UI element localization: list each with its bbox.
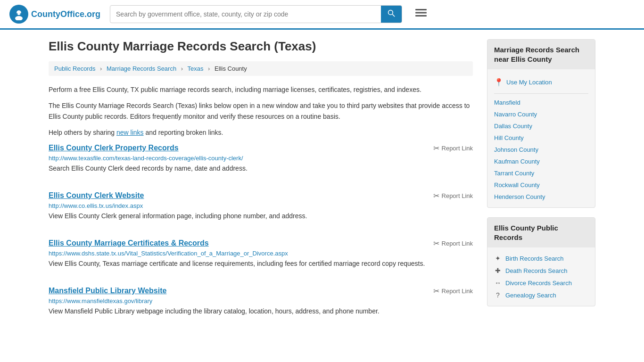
nearby-item-8: Henderson County [494, 191, 588, 203]
svg-point-5 [388, 10, 393, 15]
public-record-link-3[interactable]: Genealogy Search [505, 292, 556, 299]
nearby-link-5[interactable]: Kaufman County [494, 158, 540, 165]
result-item-0: Ellis County Clerk Property Records ✂ Re… [49, 144, 473, 178]
nearby-link-4[interactable]: Johnson County [494, 146, 538, 153]
nearby-section-body: 📍 Use My Location MansfieldNavarro Count… [487, 69, 595, 207]
result-item-2: Ellis County Marriage Certificates & Rec… [49, 239, 473, 273]
nearby-item-4: Johnson County [494, 144, 588, 156]
nearby-section: Marriage Records Search near Ellis Count… [487, 39, 595, 208]
search-input[interactable] [110, 7, 381, 22]
svg-point-3 [15, 13, 18, 16]
search-bar [110, 5, 402, 23]
nearby-link-6[interactable]: Tarrant County [494, 170, 534, 177]
report-link-1[interactable]: ✂ Report Link [433, 191, 473, 200]
svg-rect-8 [415, 12, 427, 14]
public-record-item-3: ? Genealogy Search [494, 289, 588, 301]
birth-icon: ✦ [494, 255, 502, 262]
result-title-3[interactable]: Mansfield Public Library Website [49, 287, 166, 295]
nearby-item-6: Tarrant County [494, 167, 588, 179]
description-2: The Ellis County Marriage Records Search… [49, 100, 473, 122]
content-area: Ellis County Marriage Records Search (Te… [49, 39, 473, 334]
description-1: Perform a free Ellis County, TX public m… [49, 84, 473, 95]
public-record-item-2: ↔ Divorce Records Search [494, 277, 588, 289]
public-records-section: Ellis County Public Records ✦ Birth Reco… [487, 217, 595, 306]
result-item-3: Mansfield Public Library Website ✂ Repor… [49, 287, 473, 321]
nearby-link-7[interactable]: Rockwall County [494, 181, 540, 189]
site-logo[interactable]: CountyOffice.org [9, 5, 100, 24]
result-url-3: https://www.mansfieldtexas.gov/library [49, 297, 473, 304]
nearby-item-0: Mansfield [494, 97, 588, 108]
new-links-link[interactable]: new links [116, 129, 144, 136]
public-records-items-list: ✦ Birth Records Search ✚ Death Records S… [494, 252, 588, 301]
breadcrumb-marriage-records[interactable]: Marriage Records Search [107, 65, 176, 72]
nearby-link-1[interactable]: Navarro County [494, 111, 537, 118]
site-header: CountyOffice.org [0, 0, 644, 30]
svg-rect-7 [415, 9, 427, 10]
genealogy-icon: ? [494, 291, 502, 299]
report-icon-0: ✂ [433, 144, 439, 153]
nearby-link-3[interactable]: Hill County [494, 134, 524, 141]
breadcrumb-texas[interactable]: Texas [188, 65, 204, 72]
nearby-item-3: Hill County [494, 132, 588, 144]
nearby-items-list: MansfieldNavarro CountyDallas CountyHill… [494, 97, 588, 203]
logo-icon [9, 5, 28, 24]
nearby-item-5: Kaufman County [494, 156, 588, 167]
nearby-item-2: Dallas County [494, 120, 588, 132]
report-link-0[interactable]: ✂ Report Link [433, 144, 473, 153]
report-icon-2: ✂ [433, 239, 439, 248]
results-list: Ellis County Clerk Property Records ✂ Re… [49, 144, 473, 321]
public-records-section-title: Ellis County Public Records [487, 218, 595, 247]
result-url-0: http://www.texasfile.com/texas-land-reco… [49, 155, 473, 162]
svg-point-4 [20, 13, 23, 16]
main-container: Ellis County Marriage Records Search (Te… [39, 30, 605, 344]
result-title-1[interactable]: Ellis County Clerk Website [49, 191, 144, 200]
svg-line-6 [392, 14, 395, 16]
nearby-link-8[interactable]: Henderson County [494, 193, 545, 200]
result-desc-2: View Ellis County, Texas marriage certif… [49, 259, 473, 269]
report-icon-1: ✂ [433, 191, 439, 200]
result-item-1: Ellis County Clerk Website ✂ Report Link… [49, 191, 473, 226]
description-3: Help others by sharing new links and rep… [49, 127, 473, 138]
result-desc-1: View Ellis County Clerk general informat… [49, 211, 473, 221]
sidebar: Marriage Records Search near Ellis Count… [487, 39, 595, 334]
public-record-link-2[interactable]: Divorce Records Search [505, 280, 572, 287]
result-title-2[interactable]: Ellis County Marriage Certificates & Rec… [49, 239, 209, 247]
result-url-1: http://www.co.ellis.tx.us/index.aspx [49, 202, 473, 209]
svg-rect-9 [415, 15, 427, 16]
public-record-item-1: ✚ Death Records Search [494, 264, 588, 277]
public-records-section-body: ✦ Birth Records Search ✚ Death Records S… [487, 247, 595, 306]
search-button[interactable] [381, 6, 402, 23]
result-title-0[interactable]: Ellis County Clerk Property Records [49, 144, 179, 152]
report-link-2[interactable]: ✂ Report Link [433, 239, 473, 248]
public-record-link-1[interactable]: Death Records Search [505, 267, 568, 274]
nearby-item-1: Navarro County [494, 108, 588, 120]
public-record-link-0[interactable]: Birth Records Search [505, 255, 564, 262]
pin-icon: 📍 [494, 78, 504, 87]
divorce-icon: ↔ [494, 279, 502, 287]
breadcrumb-public-records[interactable]: Public Records [54, 65, 95, 72]
use-location-link[interactable]: Use My Location [506, 79, 552, 86]
report-link-3[interactable]: ✂ Report Link [433, 287, 473, 296]
result-desc-3: View Mansfield Public Library webpage in… [49, 306, 473, 316]
use-location-item: 📍 Use My Location [494, 74, 588, 90]
nearby-link-2[interactable]: Dallas County [494, 123, 532, 130]
nearby-item-7: Rockwall County [494, 179, 588, 191]
breadcrumb: Public Records › Marriage Records Search… [49, 61, 473, 76]
public-record-item-0: ✦ Birth Records Search [494, 252, 588, 264]
report-icon-3: ✂ [433, 287, 439, 296]
breadcrumb-current: Ellis County [215, 65, 247, 72]
hamburger-menu-button[interactable] [412, 5, 430, 23]
page-title: Ellis County Marriage Records Search (Te… [49, 39, 473, 54]
death-icon: ✚ [494, 267, 502, 274]
result-url-2: https://www.dshs.state.tx.us/Vital_Stati… [49, 250, 473, 257]
nearby-section-title: Marriage Records Search near Ellis Count… [487, 40, 595, 69]
nearby-link-0[interactable]: Mansfield [494, 99, 520, 106]
logo-text: CountyOffice.org [31, 9, 100, 19]
result-desc-0: Search Ellis County Clerk deed records b… [49, 164, 473, 173]
